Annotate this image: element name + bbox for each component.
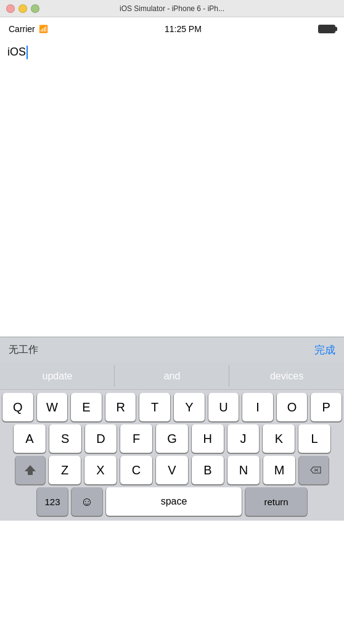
autocomplete-item-and[interactable]: and [115,363,229,389]
key-l[interactable]: L [298,424,330,453]
toolbar-left-label: 无工作 [9,344,38,357]
keyboard: Q W E R T Y U I O P A S D F G H J K L Z … [0,390,344,521]
key-j[interactable]: J [227,424,260,453]
key-v[interactable]: V [156,456,188,484]
shift-key[interactable] [15,456,45,484]
key-b[interactable]: B [192,456,224,484]
key-c[interactable]: C [120,456,152,484]
minimize-button[interactable] [18,4,27,13]
key-w[interactable]: W [37,393,68,421]
key-q[interactable]: Q [2,393,33,421]
key-t[interactable]: T [139,393,170,421]
key-s[interactable]: S [49,424,81,453]
emoji-key[interactable]: ☺ [72,487,102,516]
keyboard-row-4: 123 ☺ space return [0,484,344,521]
delete-key[interactable] [299,456,329,484]
space-key[interactable]: space [106,487,242,516]
key-k[interactable]: K [263,424,295,453]
text-content: iOS [7,46,26,59]
key-g[interactable]: G [156,424,188,453]
key-e[interactable]: E [71,393,102,421]
maximize-button[interactable] [31,4,39,13]
key-f[interactable]: F [120,424,152,453]
autocomplete-bar: update and devices [0,363,344,390]
keyboard-row-3: Z X C V B N M [0,453,344,484]
key-p[interactable]: P [311,393,342,421]
carrier-label: Carrier [9,24,35,34]
traffic-lights [6,4,39,13]
toolbar: 无工作 完成 [0,337,344,363]
text-area[interactable]: iOS [0,41,344,337]
return-key[interactable]: return [245,487,307,516]
autocomplete-item-update[interactable]: update [0,363,115,389]
status-left: Carrier 📶 [9,24,48,34]
key-n[interactable]: N [227,456,260,484]
key-h[interactable]: H [192,424,224,453]
key-i[interactable]: I [242,393,273,421]
shift-icon [23,464,37,476]
key-y[interactable]: Y [174,393,205,421]
title-bar: iOS Simulator - iPhone 6 - iPh... [0,0,344,17]
autocomplete-item-devices[interactable]: devices [229,363,344,389]
key-z[interactable]: Z [49,456,81,484]
key-a[interactable]: A [14,424,46,453]
battery-icon [318,25,335,33]
key-r[interactable]: R [105,393,136,421]
close-button[interactable] [6,4,15,13]
key-o[interactable]: O [277,393,308,421]
window-title: iOS Simulator - iPhone 6 - iPh... [120,4,224,13]
key-u[interactable]: U [208,393,239,421]
text-cursor [27,46,28,59]
svg-marker-0 [25,465,36,475]
time-label: 11:25 PM [165,24,202,34]
wifi-icon: 📶 [39,25,48,33]
key-x[interactable]: X [84,456,117,484]
toolbar-done-button[interactable]: 完成 [314,343,335,357]
key-m[interactable]: M [263,456,295,484]
delete-icon [306,464,322,476]
keyboard-row-2: A S D F G H J K L [0,421,344,453]
status-bar: Carrier 📶 11:25 PM [0,17,344,41]
key-123[interactable]: 123 [37,487,68,516]
key-d[interactable]: D [85,424,117,453]
battery-fill [319,26,334,32]
keyboard-row-1: Q W E R T Y U I O P [0,390,344,421]
